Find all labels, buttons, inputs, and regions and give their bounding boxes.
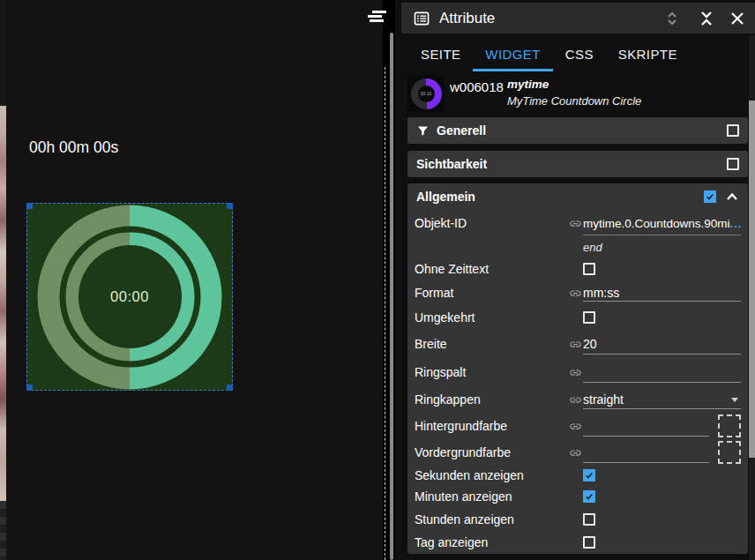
- link-icon[interactable]: [569, 393, 583, 407]
- panel-splitter[interactable]: [385, 67, 385, 560]
- widget-adapter: mytime: [507, 78, 549, 91]
- field-format: Format mm:ss: [407, 280, 748, 305]
- attribute-panel: Attribute SEITE WIDGET CSS SKRIPTE 00:10…: [395, 0, 755, 560]
- countdown-ring: 00:00: [38, 205, 222, 389]
- field-ohne-zeittext: Ohne Zeittext: [407, 258, 748, 280]
- field-ringspalt-label: Ringspalt: [415, 365, 569, 379]
- section-sichtbarkeit-label: Sichtbarkeit: [416, 157, 487, 171]
- field-breite: Breite 20: [407, 330, 748, 358]
- menu-icon[interactable]: [368, 11, 387, 24]
- field-ringkappen: Ringkappen straight: [407, 386, 748, 413]
- objekt-id-sub-label: end: [583, 241, 602, 254]
- field-minuten-label: Minuten anzeigen: [415, 489, 569, 504]
- field-sekunden-label: Sekunden anzeigen: [415, 468, 569, 482]
- link-icon[interactable]: [569, 420, 583, 433]
- field-minuten: Minuten anzeigen: [407, 485, 748, 508]
- field-objekt-id-sub: end: [407, 236, 748, 258]
- hintergrundfarbe-color-picker[interactable]: [718, 414, 741, 437]
- palette-rows: [0, 501, 6, 560]
- field-umgekehrt: Umgekehrt: [407, 305, 748, 330]
- section-generell-label: Generell: [437, 123, 486, 138]
- link-icon[interactable]: [569, 287, 583, 300]
- tab-skripte[interactable]: SKRIPTE: [606, 40, 690, 71]
- field-stunden: Stunden anzeigen: [407, 508, 748, 531]
- field-ringkappen-label: Ringkappen: [415, 392, 569, 407]
- close-icon[interactable]: [729, 11, 745, 26]
- resize-handle-bottom-left[interactable]: [26, 385, 33, 391]
- field-format-label: Format: [415, 286, 569, 300]
- palette-texture: [0, 106, 6, 501]
- panel-title: Attribute: [439, 10, 495, 27]
- resize-handle-top-right[interactable]: [227, 203, 233, 209]
- umgekehrt-checkbox[interactable]: [583, 311, 595, 324]
- field-vordergrundfarbe: Vordergrundfarbe: [407, 439, 748, 466]
- resize-handle-bottom-right[interactable]: [227, 385, 233, 391]
- breite-input[interactable]: 20: [583, 337, 741, 351]
- canvas-scrollbar[interactable]: [390, 33, 393, 560]
- tab-seite[interactable]: SEITE: [408, 40, 473, 71]
- section-allgemein-checkbox[interactable]: [704, 190, 716, 203]
- sekunden-checkbox[interactable]: [583, 469, 595, 482]
- tab-bar: SEITE WIDGET CSS SKRIPTE: [408, 40, 690, 71]
- field-tag: Tag anzeigen: [407, 531, 748, 554]
- panel-scrollbar-thumb[interactable]: [749, 101, 755, 458]
- section-allgemein: Allgemein Objekt-ID mytime.0.Countdowns.…: [407, 183, 748, 554]
- panel-scrollbar[interactable]: [749, 35, 755, 560]
- section-generell[interactable]: Generell: [407, 117, 748, 144]
- screen: 00h 00m 00s 00:00 Attribute: [0, 0, 755, 560]
- section-generell-checkbox[interactable]: [727, 124, 739, 137]
- field-sekunden: Sekunden anzeigen: [407, 466, 748, 485]
- countdown-text-widget[interactable]: 00h 00m 00s: [29, 138, 118, 157]
- field-stunden-label: Stunden anzeigen: [415, 512, 569, 526]
- unfold-icon[interactable]: [665, 11, 679, 26]
- field-vordergrundfarbe-label: Vordergrundfarbe: [415, 445, 569, 459]
- filter-icon: [416, 124, 430, 138]
- ringkappen-select[interactable]: straight: [583, 392, 741, 407]
- widget-id: w006018: [450, 79, 504, 94]
- tab-widget[interactable]: WIDGET: [473, 40, 552, 71]
- left-palette-sliver: [0, 0, 6, 560]
- field-objekt-id: Objekt-ID mytime.0.Countdowns.90mi ...: [407, 210, 748, 236]
- link-icon[interactable]: [569, 338, 583, 351]
- stunden-checkbox[interactable]: [583, 513, 595, 526]
- collapse-panel-icon[interactable]: [699, 10, 714, 27]
- field-hintergrundfarbe: Hintergrundfarbe: [407, 413, 748, 439]
- field-umgekehrt-label: Umgekehrt: [415, 310, 569, 325]
- countdown-time: 00:00: [78, 245, 182, 348]
- ohne-zeittext-checkbox[interactable]: [583, 263, 595, 275]
- panel-header[interactable]: Attribute: [401, 3, 755, 34]
- field-ohne-zeittext-label: Ohne Zeittext: [415, 262, 569, 276]
- view-canvas[interactable]: 00h 00m 00s 00:00: [6, 0, 383, 560]
- tab-css[interactable]: CSS: [553, 40, 606, 71]
- chevron-down-icon: [731, 398, 738, 402]
- link-icon[interactable]: [569, 366, 583, 379]
- field-objekt-id-label: Objekt-ID: [415, 216, 569, 230]
- field-breite-label: Breite: [415, 337, 569, 351]
- field-tag-label: Tag anzeigen: [415, 535, 569, 549]
- resize-handle-top-left[interactable]: [26, 203, 33, 209]
- section-sichtbarkeit[interactable]: Sichtbarkeit: [407, 151, 748, 177]
- widget-name: MyTime Countdown Circle: [507, 94, 641, 108]
- collapse-section-icon[interactable]: [725, 190, 739, 203]
- section-allgemein-header[interactable]: Allgemein: [407, 183, 748, 210]
- countdown-circle-widget[interactable]: 00:00: [26, 203, 233, 391]
- minuten-checkbox[interactable]: [583, 490, 595, 503]
- tag-checkbox[interactable]: [583, 536, 595, 549]
- section-sichtbarkeit-checkbox[interactable]: [727, 158, 739, 170]
- link-icon[interactable]: [569, 446, 583, 459]
- field-hintergrundfarbe-label: Hintergrundfarbe: [415, 419, 569, 433]
- vordergrundfarbe-color-picker[interactable]: [718, 441, 741, 464]
- list-icon: [413, 10, 430, 27]
- format-input[interactable]: mm:ss: [583, 286, 741, 300]
- link-icon[interactable]: [569, 217, 583, 230]
- section-allgemein-label: Allgemein: [416, 190, 475, 204]
- widget-preview-icon: 00:10: [407, 75, 445, 112]
- field-ringspalt: Ringspalt: [407, 358, 748, 386]
- objekt-id-input[interactable]: mytime.0.Countdowns.90mi ...: [583, 217, 741, 230]
- objekt-id-select-button[interactable]: ...: [730, 217, 741, 230]
